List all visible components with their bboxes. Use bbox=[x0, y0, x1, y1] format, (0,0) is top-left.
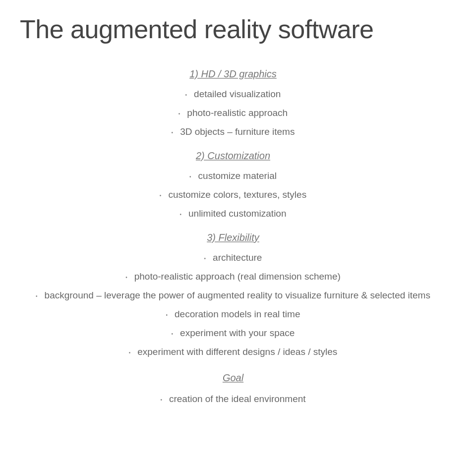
item-text: detailed visualization bbox=[194, 89, 281, 100]
list-item: • experiment with different designs / id… bbox=[129, 347, 338, 357]
item-text: photo-realistic approach (real dimension… bbox=[134, 271, 341, 282]
item-text: 3D objects – furniture items bbox=[180, 126, 295, 137]
item-text: decoration models in real time bbox=[175, 309, 300, 320]
page-title: The augmented reality software bbox=[20, 15, 446, 45]
section-heading-3: 3) Flexibility bbox=[207, 232, 259, 243]
item-text: background – leverage the power of augme… bbox=[45, 290, 430, 301]
list-item: • 3D objects – furniture items bbox=[172, 126, 295, 137]
bullet-icon: • bbox=[172, 130, 174, 135]
bullet-icon: • bbox=[185, 92, 187, 98]
list-item: • photo-realistic approach (real dimensi… bbox=[125, 271, 341, 282]
list-item: • photo-realistic approach bbox=[178, 108, 288, 118]
bullet-icon: • bbox=[178, 111, 180, 116]
list-item: • customize material bbox=[189, 171, 277, 181]
bullet-icon: • bbox=[160, 193, 162, 198]
list-item: • background – leverage the power of aug… bbox=[36, 290, 430, 301]
bullet-icon: • bbox=[172, 331, 174, 337]
bullet-icon: • bbox=[204, 256, 206, 261]
bullet-icon: • bbox=[166, 312, 168, 318]
goal-heading: Goal bbox=[223, 372, 243, 384]
list-item: • architecture bbox=[204, 252, 262, 263]
item-text: customize colors, textures, styles bbox=[168, 189, 306, 200]
bullet-icon: • bbox=[160, 397, 162, 403]
bullet-icon: • bbox=[36, 293, 38, 299]
item-text: architecture bbox=[213, 252, 262, 263]
item-text: photo-realistic approach bbox=[187, 108, 288, 118]
item-text: experiment with different designs / idea… bbox=[137, 347, 337, 357]
content-area: 1) HD / 3D graphics • detailed visualiza… bbox=[20, 59, 446, 408]
bullet-icon: • bbox=[129, 350, 131, 355]
list-item: • creation of the ideal environment bbox=[160, 394, 305, 405]
list-item: • experiment with your space bbox=[172, 328, 295, 339]
bullet-icon: • bbox=[180, 212, 182, 217]
list-item: • decoration models in real time bbox=[166, 309, 300, 320]
item-text: customize material bbox=[198, 171, 277, 181]
section-heading-1: 1) HD / 3D graphics bbox=[189, 68, 277, 80]
list-item: • unlimited customization bbox=[180, 208, 287, 219]
list-item: • customize colors, textures, styles bbox=[160, 189, 306, 200]
section-heading-2: 2) Customization bbox=[196, 150, 270, 162]
bullet-icon: • bbox=[189, 174, 191, 179]
list-item: • detailed visualization bbox=[185, 89, 281, 100]
bullet-icon: • bbox=[125, 275, 127, 280]
item-text: unlimited customization bbox=[188, 208, 286, 219]
item-text: experiment with your space bbox=[180, 328, 295, 339]
item-text: creation of the ideal environment bbox=[169, 394, 306, 405]
